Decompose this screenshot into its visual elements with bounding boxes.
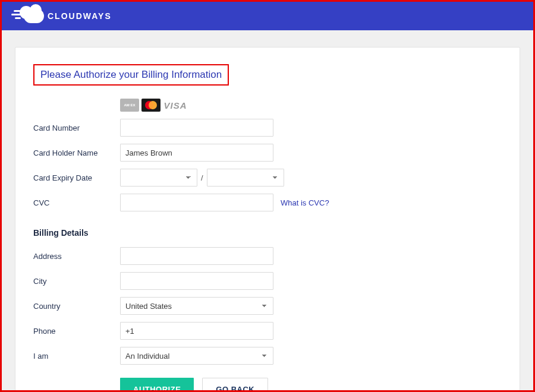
iam-label: I am [33,352,120,361]
phone-label: Phone [33,327,120,336]
iam-select[interactable]: An Individual [120,347,273,365]
amex-icon: AM EX [120,99,139,112]
visa-icon: VISA [163,99,188,112]
expiry-year-select[interactable] [207,169,284,186]
card-holder-label: Card Holder Name [33,148,120,157]
city-label: City [33,277,120,286]
card-number-input[interactable] [120,119,273,137]
cvc-input[interactable] [120,194,273,211]
card-expiry-label: Card Expiry Date [33,173,120,182]
page-title: Please Authorize your Billing Informatio… [40,69,222,81]
title-highlight: Please Authorize your Billing Informatio… [33,64,229,86]
country-select[interactable]: United States [120,297,273,315]
top-bar: CLOUDWAYS [2,2,533,30]
phone-input[interactable] [120,322,273,340]
cvc-help-link[interactable]: What is CVC? [281,198,329,207]
brand-name: CLOUDWAYS [48,11,112,21]
expiry-month-select[interactable] [120,169,197,186]
address-input[interactable] [120,247,273,265]
brand-logo: CLOUDWAYS [11,5,112,27]
mastercard-icon [141,99,160,112]
expiry-separator: / [201,173,203,182]
city-input[interactable] [120,272,273,290]
cvc-label: CVC [33,198,120,207]
go-back-button[interactable]: GO BACK [202,378,268,392]
card-holder-input[interactable] [120,144,273,162]
country-label: Country [33,302,120,311]
authorize-button[interactable]: AUTHORIZE [120,378,194,392]
accepted-cards: AM EX VISA [120,99,502,112]
billing-card: Please Authorize your Billing Informatio… [15,47,520,392]
billing-heading: Billing Details [33,228,502,238]
card-number-label: Card Number [33,124,120,132]
cloud-icon [11,5,44,27]
address-label: Address [33,252,120,261]
